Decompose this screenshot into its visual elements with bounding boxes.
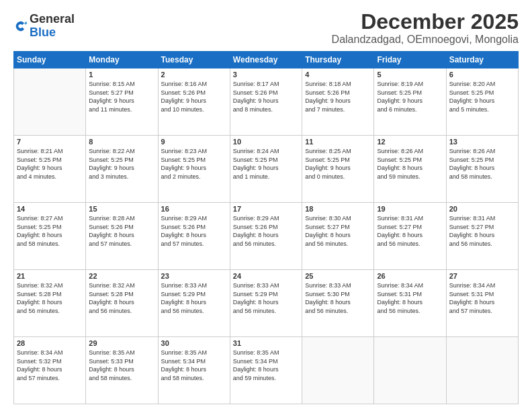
- day-number: 21: [17, 272, 83, 280]
- title-block: December 2025 Dalandzadgad, OEmnoegovi, …: [332, 10, 519, 46]
- table-row: 30Sunrise: 8:35 AM Sunset: 5:34 PM Dayli…: [158, 337, 230, 404]
- day-info: Sunrise: 8:34 AM Sunset: 5:31 PM Dayligh…: [377, 281, 443, 315]
- table-row: [302, 337, 374, 404]
- day-info: Sunrise: 8:33 AM Sunset: 5:30 PM Dayligh…: [305, 281, 371, 315]
- logo-general-text: General: [30, 13, 75, 26]
- calendar-week-2: 7Sunrise: 8:21 AM Sunset: 5:25 PM Daylig…: [14, 136, 519, 203]
- table-row: 18Sunrise: 8:30 AM Sunset: 5:27 PM Dayli…: [302, 203, 374, 270]
- table-row: 20Sunrise: 8:31 AM Sunset: 5:27 PM Dayli…: [446, 203, 518, 270]
- day-info: Sunrise: 8:25 AM Sunset: 5:25 PM Dayligh…: [305, 147, 371, 181]
- day-info: Sunrise: 8:29 AM Sunset: 5:26 PM Dayligh…: [161, 214, 227, 248]
- day-number: 30: [161, 339, 227, 347]
- day-number: 9: [161, 138, 227, 146]
- month-title: December 2025: [332, 10, 519, 34]
- location: Dalandzadgad, OEmnoegovi, Mongolia: [332, 34, 519, 46]
- table-row: [446, 337, 518, 404]
- logo: General Blue: [13, 13, 75, 40]
- day-info: Sunrise: 8:20 AM Sunset: 5:25 PM Dayligh…: [449, 80, 515, 113]
- table-row: 28Sunrise: 8:34 AM Sunset: 5:32 PM Dayli…: [14, 337, 86, 404]
- day-info: Sunrise: 8:31 AM Sunset: 5:27 PM Dayligh…: [449, 214, 515, 248]
- calendar-week-4: 21Sunrise: 8:32 AM Sunset: 5:28 PM Dayli…: [14, 270, 519, 337]
- day-info: Sunrise: 8:22 AM Sunset: 5:25 PM Dayligh…: [89, 147, 154, 181]
- day-number: 26: [377, 272, 443, 280]
- day-number: 29: [89, 339, 154, 347]
- day-number: 8: [89, 138, 154, 146]
- day-number: 15: [89, 205, 154, 213]
- day-info: Sunrise: 8:24 AM Sunset: 5:25 PM Dayligh…: [233, 147, 299, 181]
- day-info: Sunrise: 8:32 AM Sunset: 5:28 PM Dayligh…: [17, 281, 83, 315]
- day-number: 23: [161, 272, 227, 280]
- day-number: 24: [233, 272, 299, 280]
- calendar-week-5: 28Sunrise: 8:34 AM Sunset: 5:32 PM Dayli…: [14, 337, 519, 404]
- table-row: 25Sunrise: 8:33 AM Sunset: 5:30 PM Dayli…: [302, 270, 374, 337]
- day-number: 19: [377, 205, 443, 213]
- table-row: 1Sunrise: 8:15 AM Sunset: 5:27 PM Daylig…: [86, 68, 158, 136]
- table-row: 5Sunrise: 8:19 AM Sunset: 5:25 PM Daylig…: [374, 68, 446, 136]
- day-number: 31: [233, 339, 299, 347]
- table-row: 29Sunrise: 8:35 AM Sunset: 5:33 PM Dayli…: [86, 337, 158, 404]
- day-number: 27: [449, 272, 515, 280]
- col-sunday: Sunday: [14, 52, 86, 68]
- table-row: 27Sunrise: 8:34 AM Sunset: 5:31 PM Dayli…: [446, 270, 518, 337]
- calendar-week-3: 14Sunrise: 8:27 AM Sunset: 5:25 PM Dayli…: [14, 203, 519, 270]
- calendar-week-1: 1Sunrise: 8:15 AM Sunset: 5:27 PM Daylig…: [14, 68, 519, 136]
- day-info: Sunrise: 8:28 AM Sunset: 5:26 PM Dayligh…: [89, 214, 154, 248]
- col-friday: Friday: [374, 52, 446, 68]
- day-info: Sunrise: 8:32 AM Sunset: 5:28 PM Dayligh…: [89, 281, 154, 315]
- day-info: Sunrise: 8:34 AM Sunset: 5:32 PM Dayligh…: [17, 349, 83, 382]
- day-number: 2: [161, 71, 227, 79]
- table-row: 9Sunrise: 8:23 AM Sunset: 5:25 PM Daylig…: [158, 136, 230, 203]
- day-info: Sunrise: 8:21 AM Sunset: 5:25 PM Dayligh…: [17, 147, 83, 181]
- day-info: Sunrise: 8:15 AM Sunset: 5:27 PM Dayligh…: [89, 80, 154, 113]
- table-row: 24Sunrise: 8:33 AM Sunset: 5:29 PM Dayli…: [230, 270, 302, 337]
- day-number: 18: [305, 205, 371, 213]
- day-number: 5: [377, 71, 443, 79]
- col-thursday: Thursday: [302, 52, 374, 68]
- day-number: 12: [377, 138, 443, 146]
- table-row: 13Sunrise: 8:26 AM Sunset: 5:25 PM Dayli…: [446, 136, 518, 203]
- day-number: 10: [233, 138, 299, 146]
- day-number: 14: [17, 205, 83, 213]
- day-info: Sunrise: 8:17 AM Sunset: 5:26 PM Dayligh…: [233, 80, 299, 113]
- calendar-header-row: Sunday Monday Tuesday Wednesday Thursday…: [14, 52, 519, 68]
- logo-text: General Blue: [30, 13, 75, 40]
- table-row: 2Sunrise: 8:16 AM Sunset: 5:26 PM Daylig…: [158, 68, 230, 136]
- col-tuesday: Tuesday: [158, 52, 230, 68]
- day-info: Sunrise: 8:35 AM Sunset: 5:34 PM Dayligh…: [233, 349, 299, 382]
- logo-blue-text: Blue: [30, 26, 75, 40]
- table-row: [14, 68, 86, 136]
- day-number: 17: [233, 205, 299, 213]
- day-info: Sunrise: 8:33 AM Sunset: 5:29 PM Dayligh…: [233, 281, 299, 315]
- table-row: 12Sunrise: 8:26 AM Sunset: 5:25 PM Dayli…: [374, 136, 446, 203]
- day-info: Sunrise: 8:33 AM Sunset: 5:29 PM Dayligh…: [161, 281, 227, 315]
- table-row: 14Sunrise: 8:27 AM Sunset: 5:25 PM Dayli…: [14, 203, 86, 270]
- table-row: 6Sunrise: 8:20 AM Sunset: 5:25 PM Daylig…: [446, 68, 518, 136]
- day-number: 3: [233, 71, 299, 79]
- table-row: 10Sunrise: 8:24 AM Sunset: 5:25 PM Dayli…: [230, 136, 302, 203]
- day-info: Sunrise: 8:19 AM Sunset: 5:25 PM Dayligh…: [377, 80, 443, 113]
- table-row: 31Sunrise: 8:35 AM Sunset: 5:34 PM Dayli…: [230, 337, 302, 404]
- day-info: Sunrise: 8:27 AM Sunset: 5:25 PM Dayligh…: [17, 214, 83, 248]
- day-info: Sunrise: 8:30 AM Sunset: 5:27 PM Dayligh…: [305, 214, 371, 248]
- calendar-table: Sunday Monday Tuesday Wednesday Thursday…: [13, 51, 519, 404]
- day-info: Sunrise: 8:35 AM Sunset: 5:33 PM Dayligh…: [89, 349, 154, 382]
- day-info: Sunrise: 8:35 AM Sunset: 5:34 PM Dayligh…: [161, 349, 227, 382]
- table-row: 17Sunrise: 8:29 AM Sunset: 5:26 PM Dayli…: [230, 203, 302, 270]
- day-info: Sunrise: 8:29 AM Sunset: 5:26 PM Dayligh…: [233, 214, 299, 248]
- table-row: 19Sunrise: 8:31 AM Sunset: 5:27 PM Dayli…: [374, 203, 446, 270]
- day-info: Sunrise: 8:23 AM Sunset: 5:25 PM Dayligh…: [161, 147, 227, 181]
- page: General Blue December 2025 Dalandzadgad,…: [0, 0, 532, 411]
- day-number: 6: [449, 71, 515, 79]
- day-number: 16: [161, 205, 227, 213]
- table-row: 16Sunrise: 8:29 AM Sunset: 5:26 PM Dayli…: [158, 203, 230, 270]
- table-row: 26Sunrise: 8:34 AM Sunset: 5:31 PM Dayli…: [374, 270, 446, 337]
- table-row: 11Sunrise: 8:25 AM Sunset: 5:25 PM Dayli…: [302, 136, 374, 203]
- day-number: 22: [89, 272, 154, 280]
- table-row: 15Sunrise: 8:28 AM Sunset: 5:26 PM Dayli…: [86, 203, 158, 270]
- day-number: 11: [305, 138, 371, 146]
- col-wednesday: Wednesday: [230, 52, 302, 68]
- day-info: Sunrise: 8:16 AM Sunset: 5:26 PM Dayligh…: [161, 80, 227, 113]
- day-number: 28: [17, 339, 83, 347]
- table-row: 21Sunrise: 8:32 AM Sunset: 5:28 PM Dayli…: [14, 270, 86, 337]
- header: General Blue December 2025 Dalandzadgad,…: [13, 10, 519, 46]
